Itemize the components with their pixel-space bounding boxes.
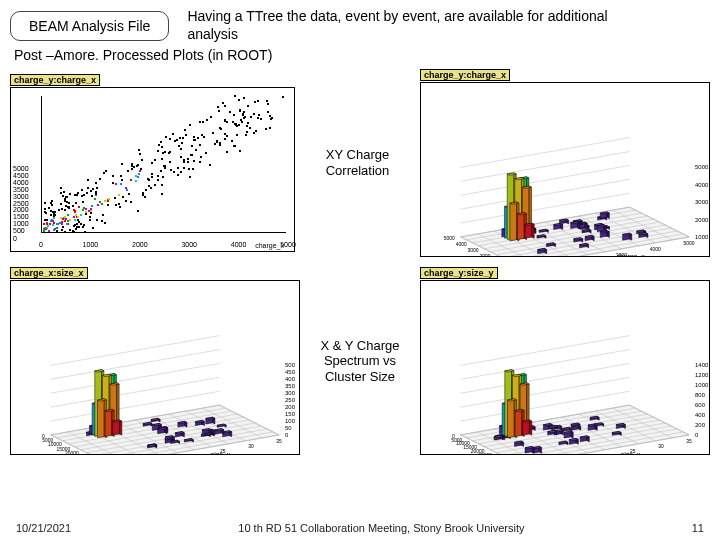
row-1: charge_y:charge_x charge_x 5000450040003… [0,69,720,257]
svg-text:300: 300 [285,390,296,396]
svg-text:size_x: size_x [211,451,231,455]
svg-text:450: 450 [285,369,296,375]
plot-3d-chargex-sizex: 5004504003503002502001501005005101520253… [10,280,300,455]
svg-text:20000: 20000 [65,451,79,455]
plot-3d-wrap: charge_y:charge_x 5000400030002000100001… [420,69,710,257]
svg-text:1000: 1000 [695,382,709,388]
svg-text:3000: 3000 [695,199,709,205]
svg-text:100: 100 [285,418,296,424]
footer-date: 10/21/2021 [16,522,71,534]
caption-xy: XY Charge Correlation [310,147,405,178]
svg-text:500: 500 [285,362,296,368]
svg-line-349 [461,377,630,407]
svg-text:size_y: size_y [621,451,641,455]
svg-marker-481 [507,399,514,438]
svg-text:5000: 5000 [695,164,709,170]
svg-text:charge_x: charge_x [616,253,645,257]
svg-text:400: 400 [695,412,706,418]
caption-spectrum: X & Y Charge Spectrum vs Cluster Size [313,338,408,385]
svg-line-352 [461,336,630,366]
header-desc: Having a TTree the data, event by event,… [187,8,617,43]
svg-marker-325 [461,405,689,455]
plot-3d-xy-charge: 5000400030002000100001000200030004000500… [420,82,710,257]
svg-text:30: 30 [658,444,664,449]
svg-line-26 [461,152,630,182]
svg-line-184 [51,350,220,380]
svg-text:4000: 4000 [695,182,709,188]
header: BEAM Analysis File Having a TTree the da… [0,0,720,45]
plot-3d-chargey-sizey: 1400120010008006004002000510152025303505… [420,280,710,455]
svg-text:4000: 4000 [456,242,467,247]
svg-text:5000: 5000 [444,236,455,241]
svg-text:50: 50 [285,425,292,431]
svg-text:30: 30 [248,444,254,449]
svg-text:1400: 1400 [695,362,709,368]
svg-marker-323 [119,420,121,435]
svg-marker-156 [532,223,534,238]
svg-text:250: 250 [285,397,296,403]
svg-text:2000: 2000 [695,217,709,223]
svg-text:1000: 1000 [695,234,709,240]
svg-marker-149 [510,202,517,241]
plot-title: charge_y:charge_x [10,74,100,86]
plot-3d-wrap: charge_y:size_y 140012001000800600400200… [420,267,710,455]
svg-line-25 [461,165,630,195]
svg-text:0: 0 [285,432,289,438]
svg-text:350: 350 [285,383,296,389]
svg-line-182 [51,377,220,407]
svg-text:1200: 1200 [695,372,709,378]
svg-line-183 [51,363,220,393]
svg-text:35: 35 [276,439,282,444]
svg-text:2000: 2000 [479,254,490,257]
svg-text:4000: 4000 [650,247,661,252]
subtitle: Post –Amore. Processed Plots (in ROOT) [0,45,720,67]
svg-text:200: 200 [695,422,706,428]
footer-page: 11 [692,522,704,534]
title-pill: BEAM Analysis File [10,11,169,41]
svg-text:20: 20 [602,454,608,455]
svg-text:3000: 3000 [468,248,479,253]
svg-text:25000: 25000 [478,453,492,455]
svg-text:200: 200 [285,404,296,410]
row-2: charge_x:size_x 500450400350300250200150… [0,267,720,455]
svg-text:5000: 5000 [684,241,695,246]
plot-title: charge_y:charge_x [420,69,510,81]
svg-text:600: 600 [695,402,706,408]
svg-text:800: 800 [695,392,706,398]
svg-line-351 [461,350,630,380]
plot-2d-xy-charge: charge_x 5000450040003500300025002000150… [10,87,295,252]
svg-text:150: 150 [285,411,296,417]
plot-2d-wrap: charge_y:charge_x charge_x 5000450040003… [10,74,295,252]
svg-line-185 [51,336,220,366]
svg-line-24 [461,179,630,209]
svg-marker-316 [97,399,104,438]
svg-text:35: 35 [686,439,692,444]
svg-marker-488 [529,420,531,435]
svg-text:20: 20 [192,454,198,455]
svg-marker-484 [515,409,522,436]
svg-text:0: 0 [695,432,699,438]
svg-line-350 [461,363,630,393]
plot-3d-wrap: charge_x:size_x 500450400350300250200150… [10,267,300,455]
footer: 10/21/2021 10 th RD 51 Collaboration Mee… [0,522,720,534]
svg-marker-319 [105,409,112,436]
svg-text:400: 400 [285,376,296,382]
footer-center: 10 th RD 51 Collaboration Meeting, Stony… [71,522,692,534]
plot-title: charge_y:size_y [420,267,498,279]
svg-line-27 [461,138,630,168]
svg-marker-152 [517,213,524,240]
